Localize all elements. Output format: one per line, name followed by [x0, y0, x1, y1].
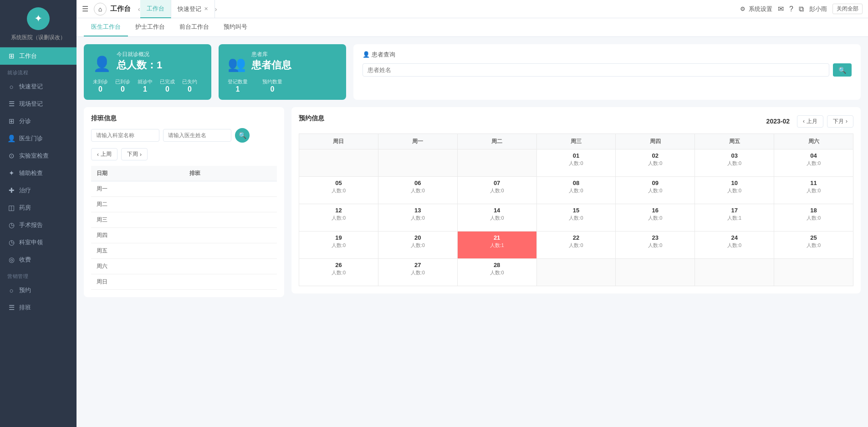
sidebar-item-label: 医生门诊: [19, 134, 43, 143]
calendar-day-cell: [299, 149, 378, 177]
calendar-day-cell[interactable]: 09人数:0: [616, 177, 695, 204]
calendar-day-cell[interactable]: 05人数:0: [299, 177, 378, 204]
tab-next-arrow[interactable]: ›: [215, 5, 217, 13]
schedule-search-button[interactable]: 🔍: [235, 128, 250, 143]
dept-name-input[interactable]: [91, 129, 159, 142]
doctor-name-input[interactable]: [163, 129, 231, 142]
day-count: 人数:0: [776, 160, 851, 167]
tab-appt-call[interactable]: 预约叫号: [216, 18, 255, 36]
workbench-icon: ⊞: [7, 52, 15, 60]
prev-month-button[interactable]: ‹ 上月: [797, 115, 823, 128]
calendar-day-cell[interactable]: 03人数:0: [695, 149, 774, 177]
col-date-header: 日期: [91, 166, 184, 181]
calendar-day-cell[interactable]: 02人数:0: [616, 149, 695, 177]
calendar-day-cell[interactable]: 10人数:0: [695, 177, 774, 204]
calendar-day-cell[interactable]: 18人数:0: [774, 204, 853, 232]
day-count: 人数:0: [460, 269, 535, 276]
window-icon[interactable]: ⧉: [799, 5, 804, 13]
calendar-day-cell: [616, 259, 695, 286]
day-number: 12: [301, 207, 376, 214]
sidebar-item-surgery[interactable]: ◷ 手术报告: [0, 216, 77, 234]
help-icon[interactable]: ?: [789, 5, 793, 13]
calendar-day-cell[interactable]: 17人数:1: [695, 204, 774, 232]
auxiliary-icon: ✦: [7, 169, 15, 177]
next-month-button[interactable]: 下月 ›: [827, 115, 853, 128]
sidebar-item-label: 手术报告: [19, 221, 43, 229]
day-number: 07: [460, 180, 535, 186]
calendar-day-cell[interactable]: 22人数:0: [536, 232, 616, 259]
sidebar-item-lab[interactable]: ⊙ 实验室检查: [0, 147, 77, 165]
sidebar-item-billing[interactable]: ◎ 收费: [0, 251, 77, 268]
sidebar-item-doctor-clinic[interactable]: 👤 医生门诊: [0, 130, 77, 147]
calendar-day-cell[interactable]: 06人数:0: [378, 177, 457, 204]
patient-name-input[interactable]: [363, 63, 829, 77]
day-count: 人数:1: [460, 242, 535, 249]
day-count: 人数:0: [618, 215, 693, 221]
settings-label[interactable]: ⚙ 系统设置: [740, 5, 772, 13]
tab-close-icon[interactable]: ✕: [204, 6, 208, 12]
appt-section-title: 预约信息: [299, 114, 324, 123]
calendar-day-cell[interactable]: 15人数:0: [536, 204, 616, 232]
calendar-day-cell[interactable]: 13人数:0: [378, 204, 457, 232]
sidebar-item-dept-apply[interactable]: ◷ 科室申领: [0, 234, 77, 251]
sidebar-item-treatment[interactable]: ✚ 治疗: [0, 182, 77, 199]
onsite-register-icon: ☰: [7, 100, 15, 108]
calendar-day-cell[interactable]: 28人数:0: [457, 259, 536, 286]
stat-missed: 已失约 0: [182, 78, 197, 93]
hamburger-icon[interactable]: ☰: [82, 5, 88, 13]
today-stat-total: 总人数：1: [117, 58, 162, 72]
sidebar-item-triage[interactable]: ⊞ 分诊: [0, 113, 77, 130]
day-number: 02: [618, 152, 693, 159]
tab-doctor-workbench[interactable]: 医生工作台: [84, 18, 128, 36]
schedule-section: 排班信息 🔍 ‹ 上周 下周 ›: [84, 107, 284, 304]
patient-search-button[interactable]: 🔍: [833, 63, 852, 77]
day-number: 08: [539, 180, 614, 186]
sidebar-item-onsite-register[interactable]: ☰ 现场登记: [0, 95, 77, 113]
patient-avatar-icon: 👥: [228, 55, 246, 72]
stat-arrived: 已到诊 0: [115, 78, 130, 93]
mail-icon[interactable]: ✉: [778, 5, 784, 13]
home-button[interactable]: ⌂: [94, 3, 107, 15]
calendar-day-cell[interactable]: 01人数:0: [536, 149, 616, 177]
tab-quick-register[interactable]: 快速登记 ✕: [171, 0, 215, 18]
prev-week-button[interactable]: ‹ 上周: [91, 148, 117, 160]
calendar-day-cell[interactable]: 12人数:0: [299, 204, 378, 232]
sidebar-item-pharmacy[interactable]: ◫ 药房: [0, 199, 77, 216]
day-count: 人数:0: [380, 242, 455, 249]
calendar-day-cell[interactable]: 11人数:0: [774, 177, 853, 204]
calendar-day-cell[interactable]: 08人数:0: [536, 177, 616, 204]
calendar-day-cell[interactable]: 16人数:0: [616, 204, 695, 232]
calendar-day-cell[interactable]: 07人数:0: [457, 177, 536, 204]
day-count: 人数:0: [776, 187, 851, 194]
tab-nurse-workbench[interactable]: 护士工作台: [128, 18, 172, 36]
calendar-day-cell[interactable]: 24人数:0: [695, 232, 774, 259]
page-title: 工作台: [110, 5, 131, 13]
sidebar-item-auxiliary[interactable]: ✦ 辅助检查: [0, 165, 77, 182]
schedule-title: 排班信息: [91, 114, 277, 123]
tab-workbench[interactable]: 工作台: [140, 0, 171, 18]
calendar-day-cell[interactable]: 19人数:0: [299, 232, 378, 259]
gear-icon: ⚙: [740, 5, 745, 12]
tab-front-desk[interactable]: 前台工作台: [172, 18, 216, 36]
next-week-button[interactable]: 下周 ›: [121, 148, 148, 160]
calendar-day-cell[interactable]: 20人数:0: [378, 232, 457, 259]
day-number: 15: [539, 207, 614, 214]
calendar-month-title: 2023-02: [766, 118, 790, 125]
day-number: 14: [460, 207, 535, 214]
day-number: 25: [776, 234, 851, 241]
calendar-day-cell[interactable]: 04人数:0: [774, 149, 853, 177]
calendar-day-cell[interactable]: 26人数:0: [299, 259, 378, 286]
calendar-day-cell[interactable]: 21人数:1: [457, 232, 536, 259]
sidebar-item-workbench[interactable]: ⊞ 工作台: [0, 47, 77, 65]
close-all-button[interactable]: 关闭全部: [832, 4, 863, 14]
sidebar-item-appointment[interactable]: ○ 预约: [0, 282, 77, 299]
sidebar-item-quick-register[interactable]: ○ 快速登记: [0, 78, 77, 95]
calendar-day-cell[interactable]: 23人数:0: [616, 232, 695, 259]
calendar-day-cell[interactable]: 14人数:0: [457, 204, 536, 232]
calendar-day-cell[interactable]: 25人数:0: [774, 232, 853, 259]
day-count: 人数:0: [539, 187, 614, 194]
day-number: 16: [618, 207, 693, 214]
sidebar-item-shift[interactable]: ☰ 排班: [0, 299, 77, 316]
patient-card-name: 患者信息: [251, 58, 291, 72]
calendar-day-cell[interactable]: 27人数:0: [378, 259, 457, 286]
